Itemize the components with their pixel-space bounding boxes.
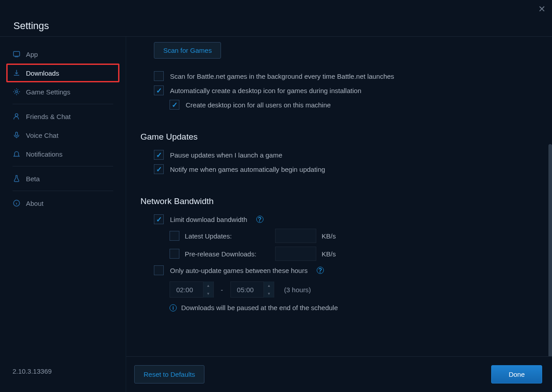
info-icon (13, 199, 21, 207)
sidebar-item-label: Friends & Chat (26, 113, 71, 120)
help-icon[interactable]: ? (317, 267, 324, 274)
svg-rect-3 (16, 132, 18, 136)
section-network-bandwidth: Network Bandwidth (140, 196, 538, 206)
sidebar-item-app[interactable]: App (6, 45, 119, 64)
schedule-info-row: i Downloads will be paused at the end of… (170, 304, 538, 311)
flask-icon (13, 175, 21, 183)
close-icon[interactable]: ✕ (538, 4, 546, 14)
input-prerelease-kb[interactable] (275, 247, 316, 261)
done-button[interactable]: Done (491, 365, 542, 383)
option-notify-auto-update: Notify me when games automatically begin… (154, 164, 538, 174)
time-end-input[interactable]: 05:00 ▲ ▼ (230, 281, 275, 298)
time-start-value: 02:00 (170, 286, 203, 294)
unit-label: KB/s (322, 232, 336, 240)
option-label: Limit download bandwidth (170, 216, 247, 223)
footer: Reset to Defaults Done (126, 356, 552, 392)
scrollbar-thumb[interactable] (548, 144, 552, 356)
sidebar-item-label: App (26, 51, 38, 58)
sidebar-item-voice[interactable]: Voice Chat (6, 126, 119, 145)
checkbox-auto-update-hours[interactable] (154, 265, 164, 275)
sidebar-item-label: Game Settings (26, 88, 70, 96)
sidebar-item-downloads[interactable]: Downloads (6, 64, 119, 82)
option-auto-desktop-icon: Automatically create a desktop icon for … (154, 85, 538, 95)
time-range-row: 02:00 ▲ ▼ - 05:00 ▲ ▼ (3 ho (170, 281, 538, 298)
sidebar-item-label: Beta (26, 175, 40, 183)
sidebar-item-label: Downloads (26, 69, 59, 77)
svg-point-2 (15, 114, 18, 116)
option-label: Automatically create a desktop icon for … (170, 87, 361, 94)
sidebar-item-about[interactable]: About (6, 194, 119, 213)
sidebar-separator (13, 104, 113, 104)
option-label: Pause updates when I launch a game (170, 151, 282, 159)
help-icon[interactable]: ? (256, 216, 263, 223)
main-panel: Scan for Games Scan for Battle.net games… (126, 37, 552, 392)
sidebar-item-beta[interactable]: Beta (6, 169, 119, 188)
option-label: Create desktop icon for all users on thi… (186, 101, 331, 109)
option-scan-background: Scan for Battle.net games in the backgro… (154, 71, 538, 81)
svg-point-1 (16, 91, 18, 93)
checkbox-prerelease-downloads[interactable] (170, 249, 179, 259)
app-icon (13, 50, 21, 58)
checkbox-pause-on-launch[interactable] (154, 150, 164, 160)
info-icon: i (170, 304, 177, 311)
settings-content: Scan for Games Scan for Battle.net games… (126, 37, 552, 356)
spinner-down-icon[interactable]: ▼ (264, 290, 274, 298)
unit-label: KB/s (322, 250, 336, 258)
checkbox-limit-bandwidth[interactable] (154, 214, 164, 224)
sidebar-item-label: Notifications (26, 150, 63, 158)
option-label: Scan for Battle.net games in the backgro… (170, 72, 394, 80)
sidebar-separator (13, 191, 113, 191)
checkbox-notify-auto-update[interactable] (154, 164, 164, 174)
spinner: ▲ ▼ (203, 281, 213, 298)
scan-games-button[interactable]: Scan for Games (154, 42, 221, 59)
sidebar: App Downloads Game Settings Friends & Ch… (0, 37, 126, 392)
sidebar-item-label: Voice Chat (26, 132, 59, 139)
option-latest-updates: Latest Updates: KB/s (170, 229, 538, 243)
sidebar-item-notifications[interactable]: Notifications (6, 145, 119, 163)
gear-icon (13, 88, 21, 96)
time-start-input[interactable]: 02:00 ▲ ▼ (170, 281, 214, 298)
option-limit-bandwidth: Limit download bandwidth ? (154, 214, 538, 224)
time-separator: - (219, 286, 225, 294)
time-duration: (3 hours) (284, 286, 311, 294)
bell-icon (13, 150, 21, 158)
spinner-down-icon[interactable]: ▼ (204, 290, 213, 298)
checkbox-latest-updates[interactable] (170, 231, 179, 241)
reset-defaults-button[interactable]: Reset to Defaults (134, 365, 204, 383)
option-auto-update-hours: Only auto-update games between these hou… (154, 265, 538, 275)
sidebar-item-game-settings[interactable]: Game Settings (6, 82, 119, 101)
checkbox-scan-background[interactable] (154, 71, 164, 81)
schedule-info-text: Downloads will be paused at the end of t… (181, 304, 338, 311)
checkbox-auto-desktop-icon[interactable] (154, 85, 164, 95)
svg-rect-0 (13, 51, 20, 56)
option-pause-on-launch: Pause updates when I launch a game (154, 150, 538, 160)
sidebar-separator (13, 166, 113, 166)
header: Settings ✕ (0, 0, 552, 37)
option-label: Pre-release Downloads: (185, 250, 270, 258)
input-latest-updates-kb[interactable] (275, 229, 316, 243)
body: App Downloads Game Settings Friends & Ch… (0, 37, 552, 392)
settings-window: Settings ✕ App Downloads Game Settings F… (0, 0, 552, 392)
option-desktop-icon-all-users: Create desktop icon for all users on thi… (170, 100, 538, 110)
option-label: Latest Updates: (185, 232, 270, 240)
option-prerelease-downloads: Pre-release Downloads: KB/s (170, 247, 538, 261)
window-title: Settings (13, 20, 49, 32)
sidebar-item-label: About (26, 200, 43, 207)
checkbox-desktop-all-users[interactable] (170, 100, 179, 110)
version-label: 2.10.3.13369 (6, 358, 119, 384)
spinner: ▲ ▼ (263, 281, 274, 298)
section-game-updates: Game Updates (140, 132, 538, 142)
sidebar-item-friends[interactable]: Friends & Chat (6, 107, 119, 126)
friends-icon (13, 112, 21, 120)
download-icon (13, 69, 21, 77)
time-end-value: 05:00 (231, 286, 264, 294)
mic-icon (13, 131, 21, 139)
option-label: Notify me when games automatically begin… (170, 166, 325, 173)
spinner-up-icon[interactable]: ▲ (264, 281, 274, 290)
spinner-up-icon[interactable]: ▲ (204, 281, 213, 290)
option-label: Only auto-update games between these hou… (170, 267, 308, 274)
